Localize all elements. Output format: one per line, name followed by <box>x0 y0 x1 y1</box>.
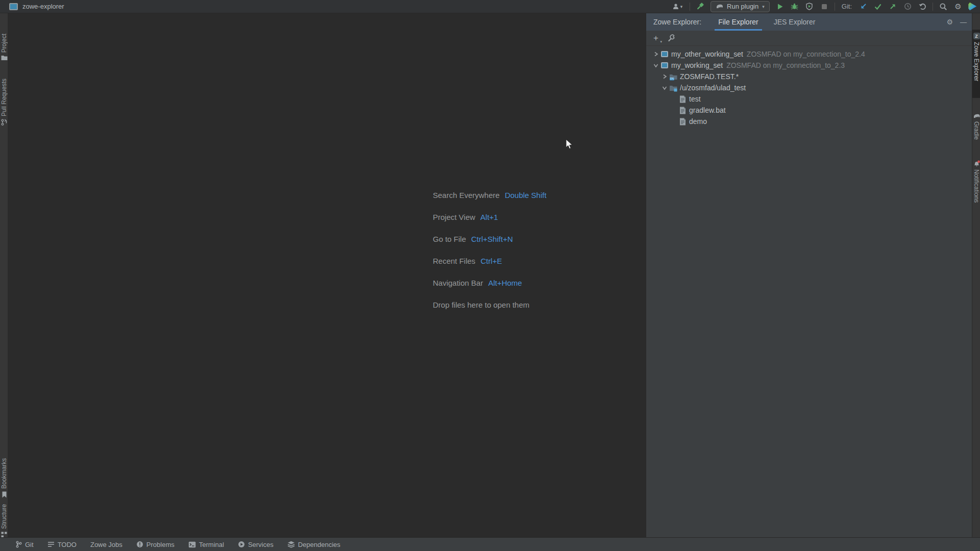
main-toolbar: ▾ Run plugin ▾ Git: <box>671 0 977 13</box>
git-update-icon[interactable] <box>859 2 868 11</box>
uss-folder-icon <box>669 84 678 92</box>
chevron-down-icon[interactable] <box>651 61 660 69</box>
chevron-down-icon[interactable] <box>660 84 669 92</box>
chevron-down-icon: ▾ <box>660 40 662 44</box>
run-configuration-select[interactable]: Run plugin ▾ <box>710 1 770 12</box>
todo-list-icon <box>47 541 55 547</box>
search-everywhere-icon[interactable] <box>939 2 948 11</box>
services-icon <box>238 541 245 548</box>
toolbar-separator <box>835 3 835 11</box>
tool-window-title: Zowe Explorer: <box>653 18 701 26</box>
structure-icon <box>1 532 7 538</box>
statusbar-item-dependencies[interactable]: Dependencies <box>287 541 340 548</box>
tool-window-header: Zowe Explorer: File Explorer JES Explore… <box>646 13 972 31</box>
left-tool-stripe: Project Pull Requests Bookmarks Structur… <box>0 13 8 537</box>
title-bar: zowe-explorer ▾ Run plugin ▾ <box>0 0 980 13</box>
sidebar-item-project[interactable]: Project <box>0 34 8 61</box>
panel-settings-gear-icon[interactable]: ⚙ <box>946 18 953 26</box>
editor-shortcut-hints: Search Everywhere Double Shift Project V… <box>433 191 547 322</box>
chevron-down-icon: ▾ <box>762 4 765 9</box>
shortcut-hint-row: Search Everywhere Double Shift <box>433 191 547 199</box>
run-configuration-label: Run plugin <box>727 3 758 10</box>
ide-updates-icon[interactable] <box>968 2 977 11</box>
app-window-icon <box>9 3 18 10</box>
svg-text:DS: DS <box>670 77 674 80</box>
gradle-icon <box>716 4 723 10</box>
tab-file-explorer[interactable]: File Explorer <box>715 13 762 31</box>
toolbar-separator <box>690 3 690 11</box>
history-clock-icon[interactable] <box>903 2 912 11</box>
shortcut-hint-row: Navigation Bar Alt+Home <box>433 279 547 287</box>
git-commit-icon[interactable] <box>873 2 883 11</box>
statusbar-item-services[interactable]: Services <box>238 541 274 548</box>
folder-icon <box>1 55 8 61</box>
sidebar-item-structure[interactable]: Structure <box>0 504 8 538</box>
zowe-icon: Z <box>973 33 980 39</box>
file-icon <box>678 117 687 126</box>
statusbar-item-problems[interactable]: Problems <box>136 541 175 548</box>
tool-window-toolbar: + ▾ <box>646 31 972 46</box>
tree-row[interactable]: my_other_working_set ZOSMFAD on my_conne… <box>646 48 972 60</box>
file-explorer-tree: my_other_working_set ZOSMFAD on my_conne… <box>646 46 972 127</box>
gradle-icon <box>973 113 980 119</box>
bell-icon <box>973 160 980 167</box>
file-icon <box>678 106 687 114</box>
undo-icon[interactable] <box>918 2 927 11</box>
build-hammer-icon[interactable] <box>696 2 705 11</box>
run-button[interactable] <box>775 2 785 11</box>
window-title: zowe-explorer <box>22 3 64 10</box>
sidebar-item-bookmarks[interactable]: Bookmarks <box>0 458 8 498</box>
tree-row[interactable]: gradlew.bat <box>646 105 972 116</box>
edit-wrench-icon[interactable] <box>667 34 675 42</box>
zowe-explorer-tool-window: Zowe Explorer: File Explorer JES Explore… <box>646 13 972 537</box>
tree-row[interactable]: DS ZOSMFAD.TEST.* <box>646 71 972 82</box>
shortcut-hint-row: Recent Files Ctrl+E <box>433 257 547 265</box>
tree-row[interactable]: /u/zosmfad/ulad_test <box>646 82 972 93</box>
run-with-coverage-button[interactable] <box>805 2 814 11</box>
dependencies-icon <box>287 541 295 548</box>
dataset-folder-icon: DS <box>669 72 678 81</box>
chevron-down-icon: ▾ <box>680 4 683 9</box>
statusbar-item-terminal[interactable]: Terminal <box>188 541 224 548</box>
git-branch-icon <box>15 541 22 548</box>
add-button[interactable]: + ▾ <box>653 33 658 43</box>
sidebar-item-gradle[interactable]: Gradle <box>972 113 980 140</box>
chevron-right-icon[interactable] <box>651 50 660 58</box>
code-with-me-users-icon[interactable]: ▾ <box>671 2 684 11</box>
tree-row[interactable]: test <box>646 93 972 105</box>
tree-row[interactable]: my_working_set ZOSMFAD on my_connection_… <box>646 60 972 71</box>
hide-panel-icon[interactable]: — <box>960 19 967 26</box>
toolbar-separator <box>933 3 933 11</box>
status-bar: Git TODO Zowe Jobs Problems Terminal Ser… <box>0 537 980 551</box>
sidebar-item-zowe-explorer[interactable]: Z Zowe Explorer <box>972 33 980 81</box>
tree-row[interactable]: demo <box>646 116 972 127</box>
working-set-icon <box>660 61 669 69</box>
shortcut-hint-row: Project View Alt+1 <box>433 213 547 221</box>
stop-button[interactable] <box>820 2 829 11</box>
file-icon <box>678 95 687 103</box>
ide-window: zowe-explorer ▾ Run plugin ▾ <box>0 0 980 551</box>
git-label: Git: <box>842 3 852 10</box>
sidebar-item-notifications[interactable]: Notifications <box>972 160 980 203</box>
right-tool-stripe: Z Zowe Explorer Gradle Notifications <box>972 13 980 537</box>
chevron-right-icon[interactable] <box>660 72 669 81</box>
problems-icon <box>136 541 143 548</box>
shortcut-hint-row: Go to File Ctrl+Shift+N <box>433 235 547 243</box>
git-push-icon[interactable] <box>888 2 897 11</box>
bookmark-icon <box>2 491 7 498</box>
editor-area: Search Everywhere Double Shift Project V… <box>8 13 646 537</box>
debug-button[interactable] <box>790 2 799 11</box>
sidebar-item-pull-requests[interactable]: Pull Requests <box>0 79 8 126</box>
mouse-cursor <box>566 139 573 149</box>
statusbar-item-zowe-jobs[interactable]: Zowe Jobs <box>90 541 122 548</box>
terminal-icon <box>188 541 196 548</box>
settings-gear-icon[interactable]: ⚙ <box>953 2 963 11</box>
statusbar-item-git[interactable]: Git <box>15 541 34 548</box>
pull-request-icon <box>1 119 8 126</box>
working-set-icon <box>660 50 669 58</box>
statusbar-item-todo[interactable]: TODO <box>47 541 77 548</box>
tab-jes-explorer[interactable]: JES Explorer <box>770 13 819 31</box>
drop-files-hint: Drop files here to open them <box>433 300 547 309</box>
